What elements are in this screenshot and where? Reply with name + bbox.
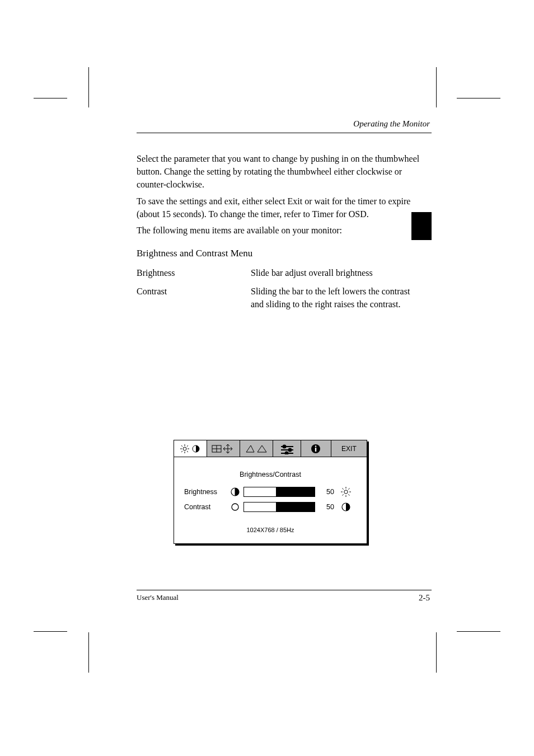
osd-row-contrast: Contrast 50 [184,502,357,512]
header-breadcrumb: Operating the Monitor [353,119,430,129]
svg-line-36 [343,494,344,495]
brightness-outline-icon [338,486,354,497]
contrast-value: 50 [320,503,334,511]
svg-line-33 [343,489,344,490]
footer-page-number: 2-5 [419,593,430,603]
bc-contrast-desc: Sliding the bar to the left lowers the c… [251,285,419,311]
footer-divider [137,590,432,590]
svg-marker-16 [257,445,266,452]
sliders-icon [278,443,297,454]
svg-line-7 [187,445,188,447]
svg-line-5 [181,445,182,447]
svg-point-24 [315,445,317,447]
header-divider [137,133,432,133]
svg-line-35 [348,489,349,490]
osd-contrast-label: Contrast [184,503,227,511]
svg-rect-25 [315,448,316,452]
svg-point-20 [288,448,291,451]
brightness-value: 50 [320,488,334,496]
size-position-icon [211,443,236,454]
info-icon [310,443,321,454]
intro-paragraph-3: The following menu items are available o… [137,224,428,237]
brightness-slider[interactable] [243,487,315,497]
osd-tab-info[interactable] [301,440,331,457]
osd-brightness-label: Brightness [184,488,227,496]
osd-panel: EXIT Brightness/Contrast Brightness 50 [174,440,367,544]
svg-line-6 [187,451,188,452]
osd-tab-size-position[interactable] [207,440,240,457]
body-text: Select the parameter that you want to ch… [137,152,428,311]
intro-paragraph-1: Select the parameter that you want to ch… [137,152,428,191]
svg-point-28 [344,490,348,494]
contrast-slider-fill [276,503,315,511]
osd-exit-button[interactable]: EXIT [331,440,367,457]
osd-title: Brightness/Contrast [184,471,357,478]
osd-tab-brightness-contrast[interactable] [174,440,207,457]
osd-resolution-footer: 1024X768 / 85Hz [184,527,357,533]
geometry-icon [244,443,269,454]
osd-tab-geometry[interactable] [240,440,273,457]
svg-point-22 [285,452,288,454]
bc-brightness-label: Brightness [137,266,249,279]
contrast-slider[interactable] [243,502,315,512]
bc-brightness-desc: Slide bar adjust overall brightness [251,266,419,279]
svg-line-8 [181,451,182,452]
svg-point-18 [283,445,285,448]
circle-empty-icon [227,502,243,512]
svg-line-34 [348,494,349,495]
brightness-contrast-icon [179,443,202,454]
brightness-slider-fill [276,487,315,496]
svg-point-37 [232,504,238,510]
osd-tab-settings[interactable] [273,440,301,457]
intro-paragraph-2: To save the settings and exit, either se… [137,195,428,220]
osd-tab-bar: EXIT [174,440,367,457]
osd-row-brightness: Brightness 50 [184,486,357,497]
bc-contrast-label: Contrast [137,285,249,298]
svg-marker-15 [246,445,254,452]
brightness-small-icon [227,487,243,497]
contrast-half-icon [338,502,354,512]
bc-menu-title: Brightness and Contrast Menu [137,247,428,261]
footer-manual-label: User's Manual [137,593,179,602]
svg-point-0 [183,447,186,450]
